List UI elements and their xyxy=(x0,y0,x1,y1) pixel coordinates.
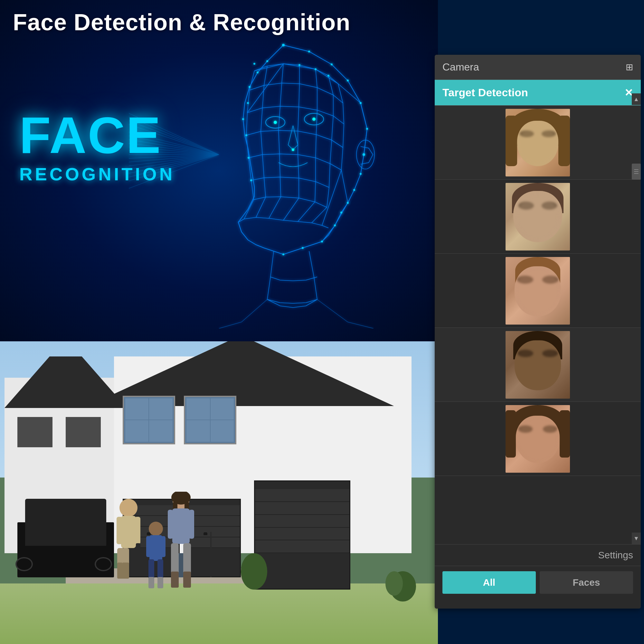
ground xyxy=(0,583,438,644)
svg-point-34 xyxy=(321,241,323,242)
panel-header: Camera ⊞ xyxy=(435,55,641,80)
svg-point-51 xyxy=(292,148,294,151)
svg-rect-76 xyxy=(171,543,179,575)
settings-bar: Settings xyxy=(435,545,641,566)
person-2 xyxy=(145,521,167,590)
face-thumbnail-3 xyxy=(506,257,570,325)
face-item-5[interactable] xyxy=(435,402,641,476)
svg-point-27 xyxy=(366,128,368,130)
filter-faces-button[interactable]: Faces xyxy=(540,571,633,594)
svg-point-35 xyxy=(302,247,304,249)
face-thumbnail-2 xyxy=(506,183,570,251)
faces-list xyxy=(435,106,641,550)
svg-rect-67 xyxy=(148,577,154,588)
svg-point-29 xyxy=(360,173,362,175)
svg-rect-77 xyxy=(183,543,191,575)
face-thumbnail-5 xyxy=(506,405,570,473)
face-small-text: RECOGNITION xyxy=(19,164,175,185)
svg-rect-73 xyxy=(172,508,190,544)
svg-point-52 xyxy=(119,499,137,517)
scroll-up-button[interactable]: ▲ xyxy=(632,93,641,105)
svg-rect-62 xyxy=(149,535,162,561)
face-item-1[interactable] xyxy=(435,106,641,180)
svg-point-45 xyxy=(253,63,255,65)
face-thumbnail-1 xyxy=(506,109,570,176)
svg-rect-58 xyxy=(136,543,140,563)
face-item-4[interactable] xyxy=(435,328,641,402)
svg-point-48 xyxy=(327,75,329,77)
main-container: Face Detection & Recognition FACE RECOGN… xyxy=(0,0,644,644)
svg-point-47 xyxy=(315,68,317,70)
filter-all-button[interactable]: All xyxy=(442,571,536,594)
scroll-grip[interactable] xyxy=(632,164,641,180)
svg-point-42 xyxy=(245,134,247,136)
svg-rect-60 xyxy=(122,563,129,579)
right-panel: Camera ⊞ Target Detection ✕ ▲ xyxy=(435,55,641,609)
filter-buttons: All Faces xyxy=(435,566,641,599)
svg-rect-53 xyxy=(121,516,136,548)
target-detection-bar: Target Detection ✕ xyxy=(435,80,641,106)
suv xyxy=(17,499,114,577)
svg-rect-68 xyxy=(157,577,163,588)
svg-point-36 xyxy=(282,253,284,255)
svg-point-41 xyxy=(247,102,249,104)
svg-point-33 xyxy=(334,224,336,226)
svg-point-49 xyxy=(274,121,277,124)
top-section: FACE RECOGNITION xyxy=(0,0,438,341)
face-item-2[interactable] xyxy=(435,180,641,254)
svg-rect-64 xyxy=(161,536,166,557)
person-3 xyxy=(166,492,195,590)
svg-rect-74 xyxy=(168,510,173,539)
svg-point-24 xyxy=(331,63,333,65)
page-title: Face Detection & Recognition xyxy=(13,9,631,35)
svg-point-46 xyxy=(298,64,300,66)
svg-rect-75 xyxy=(189,510,194,539)
svg-point-44 xyxy=(250,179,252,181)
svg-point-26 xyxy=(360,102,362,104)
scroll-down-button[interactable]: ▼ xyxy=(632,533,641,544)
bottom-section xyxy=(0,341,438,644)
svg-point-32 xyxy=(340,212,342,213)
svg-point-25 xyxy=(347,80,349,81)
camera-add-icon[interactable]: ⊞ xyxy=(626,62,633,72)
svg-rect-54 xyxy=(117,517,122,544)
svg-point-43 xyxy=(248,157,250,159)
svg-rect-79 xyxy=(183,572,191,588)
svg-point-23 xyxy=(308,51,310,52)
house-scene xyxy=(0,341,438,644)
svg-rect-78 xyxy=(171,572,179,588)
svg-point-39 xyxy=(249,86,251,88)
svg-point-38 xyxy=(257,71,259,73)
svg-point-50 xyxy=(312,118,316,121)
svg-point-37 xyxy=(266,60,268,62)
svg-rect-55 xyxy=(135,517,140,544)
header: Face Detection & Recognition xyxy=(0,0,644,35)
person-1 xyxy=(114,498,143,590)
face-big-text: FACE xyxy=(19,109,175,161)
face-item-3[interactable] xyxy=(435,254,641,328)
svg-point-30 xyxy=(353,189,355,191)
svg-point-22 xyxy=(282,44,285,46)
svg-point-31 xyxy=(347,202,349,204)
panel-footer: Settings All Faces xyxy=(435,544,641,609)
camera-label: Camera xyxy=(442,61,479,73)
target-detection-label: Target Detection xyxy=(442,86,528,99)
svg-rect-63 xyxy=(146,536,151,557)
face-text-container: FACE RECOGNITION xyxy=(19,109,175,185)
settings-label: Settings xyxy=(442,550,633,561)
svg-point-40 xyxy=(242,118,244,120)
svg-point-28 xyxy=(363,153,365,156)
svg-point-61 xyxy=(149,522,163,536)
svg-point-19 xyxy=(356,140,374,169)
face-thumbnail-4 xyxy=(506,331,570,399)
